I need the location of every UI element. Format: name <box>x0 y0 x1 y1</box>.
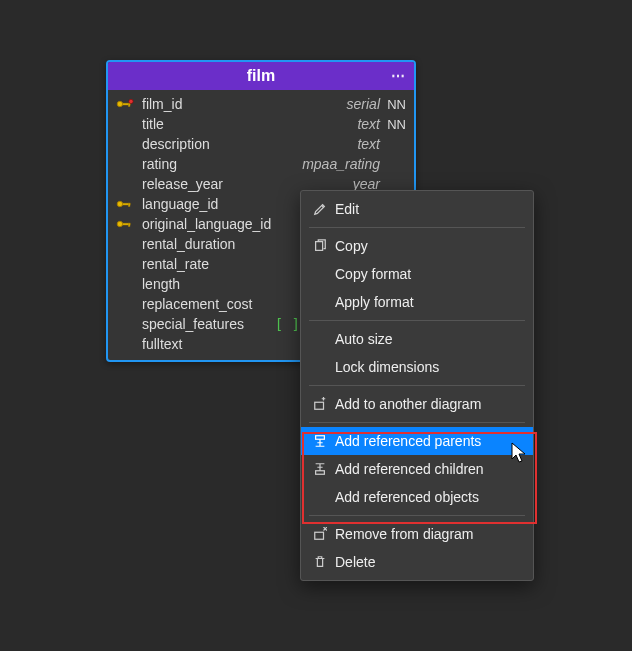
foreign-key-icon <box>116 199 135 209</box>
menu-label: Add to another diagram <box>331 396 523 412</box>
menu-separator <box>309 422 525 423</box>
svg-rect-6 <box>128 203 130 206</box>
entity-title: film <box>247 67 275 84</box>
column-type: text <box>300 136 380 152</box>
menu-add-referenced-children[interactable]: Add referenced children <box>301 455 533 483</box>
menu-label: Remove from diagram <box>331 526 523 542</box>
column-row[interactable]: descriptiontext <box>108 134 414 154</box>
column-not-null: NN <box>380 117 406 132</box>
menu-label: Copy <box>331 238 523 254</box>
svg-rect-14 <box>315 532 324 539</box>
svg-rect-2 <box>128 103 130 106</box>
svg-point-4 <box>117 201 122 206</box>
menu-delete[interactable]: Delete <box>301 548 533 576</box>
column-name: language_id <box>142 196 300 212</box>
menu-separator <box>309 515 525 516</box>
trash-icon <box>309 555 331 569</box>
menu-label: Copy format <box>309 266 523 282</box>
menu-copy-format[interactable]: Copy format <box>301 260 533 288</box>
menu-separator <box>309 227 525 228</box>
svg-rect-9 <box>128 223 130 226</box>
menu-apply-format[interactable]: Apply format <box>301 288 533 316</box>
context-menu: Edit Copy Copy format Apply format Auto … <box>300 190 534 581</box>
svg-rect-11 <box>315 402 324 409</box>
menu-add-referenced-objects[interactable]: Add referenced objects <box>301 483 533 511</box>
svg-rect-12 <box>316 436 325 440</box>
menu-auto-size[interactable]: Auto size <box>301 325 533 353</box>
remove-icon <box>309 527 331 541</box>
column-name: release_year <box>142 176 300 192</box>
menu-add-to-diagram[interactable]: Add to another diagram <box>301 390 533 418</box>
svg-rect-10 <box>316 242 323 251</box>
menu-label: Delete <box>331 554 523 570</box>
menu-lock-dimensions[interactable]: Lock dimensions <box>301 353 533 381</box>
menu-label: Add referenced parents <box>331 433 523 449</box>
entity-more-icon[interactable]: ⋯ <box>391 68 406 84</box>
column-name: special_features <box>142 316 271 332</box>
menu-remove-from-diagram[interactable]: Remove from diagram <box>301 520 533 548</box>
array-suffix: [ ] <box>275 316 300 332</box>
column-name: length <box>142 276 300 292</box>
svg-rect-13 <box>316 471 325 475</box>
referenced-children-icon <box>309 462 331 476</box>
add-diagram-icon <box>309 397 331 411</box>
column-name: original_language_id <box>142 216 300 232</box>
column-name: rental_rate <box>142 256 300 272</box>
menu-copy[interactable]: Copy <box>301 232 533 260</box>
referenced-parents-icon <box>309 434 331 448</box>
column-name: rating <box>142 156 300 172</box>
menu-label: Apply format <box>309 294 523 310</box>
menu-label: Edit <box>331 201 523 217</box>
svg-point-7 <box>117 221 122 226</box>
column-row[interactable]: ratingmpaa_rating <box>108 154 414 174</box>
svg-point-0 <box>117 101 122 106</box>
column-type: mpaa_rating <box>300 156 380 172</box>
copy-icon <box>309 239 331 253</box>
column-name: film_id <box>142 96 300 112</box>
menu-label: Lock dimensions <box>309 359 523 375</box>
column-row[interactable]: film_idserialNN <box>108 94 414 114</box>
entity-header[interactable]: film ⋯ <box>108 62 414 90</box>
column-type: text <box>300 116 380 132</box>
pencil-icon <box>309 202 331 216</box>
column-name: rental_duration <box>142 236 300 252</box>
column-not-null: NN <box>380 97 406 112</box>
menu-separator <box>309 385 525 386</box>
menu-label: Add referenced children <box>331 461 523 477</box>
menu-label: Add referenced objects <box>309 489 523 505</box>
svg-point-3 <box>129 99 133 103</box>
primary-key-icon <box>116 99 135 109</box>
menu-add-referenced-parents[interactable]: Add referenced parents <box>301 427 533 455</box>
column-name: description <box>142 136 300 152</box>
column-name: fulltext <box>142 336 300 352</box>
menu-label: Auto size <box>309 331 523 347</box>
column-name: replacement_cost <box>142 296 300 312</box>
menu-edit[interactable]: Edit <box>301 195 533 223</box>
menu-separator <box>309 320 525 321</box>
column-type: serial <box>300 96 380 112</box>
column-name: title <box>142 116 300 132</box>
column-row[interactable]: titletextNN <box>108 114 414 134</box>
foreign-key-icon <box>116 219 135 229</box>
